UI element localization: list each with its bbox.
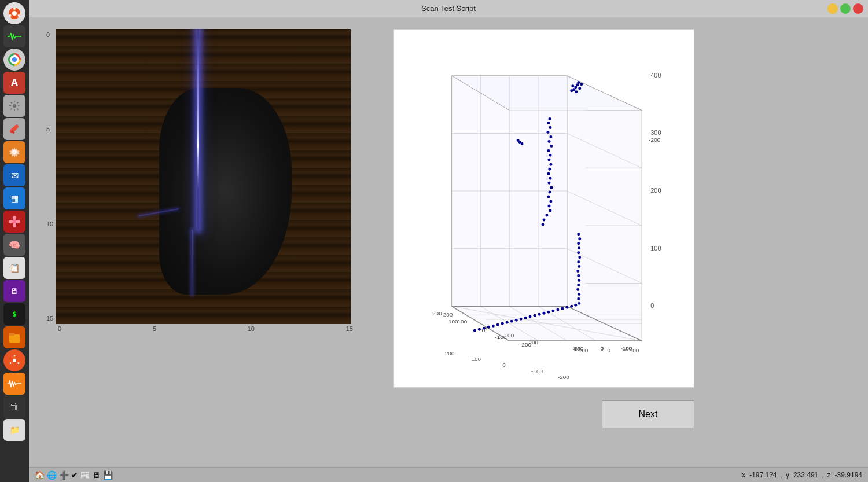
axis-label-x2: 100 — [458, 318, 468, 325]
svg-point-13 — [9, 220, 13, 223]
data-point — [578, 293, 580, 296]
spreadsheet-icon[interactable]: ▦ — [3, 187, 25, 209]
data-point — [545, 214, 548, 216]
window-controls — [827, 3, 863, 14]
data-point — [577, 274, 580, 277]
settings-icon[interactable] — [3, 95, 25, 117]
data-point — [520, 318, 523, 321]
data-point — [506, 321, 509, 324]
y-axis-100: 100 — [650, 245, 661, 252]
z-100: 100 — [574, 345, 584, 352]
data-point — [577, 233, 580, 236]
camera-image-plot — [56, 29, 351, 324]
svg-point-20 — [18, 362, 20, 364]
data-point — [529, 315, 532, 318]
y-label-15: 15 — [46, 315, 53, 322]
waveform-icon[interactable] — [3, 373, 25, 395]
data-point — [578, 237, 581, 240]
svg-point-11 — [13, 216, 16, 220]
svg-rect-16 — [9, 333, 14, 336]
ubuntu-logo-icon[interactable] — [3, 349, 25, 371]
nautilus-icon[interactable] — [3, 326, 25, 348]
svg-point-18 — [13, 359, 16, 362]
camera-y-axis: 0 5 10 15 — [46, 29, 53, 324]
main-wrapper: Scan Test Script 0 5 10 15 — [29, 0, 868, 482]
status-bar: 🏠 🌐 ➕ ✔ 📰 🖥 💾 x=-197.124 , y=233.491 , z… — [29, 467, 868, 482]
flower-icon[interactable] — [3, 211, 25, 233]
sidebar: A ✉ ▦ 🧠 📋 🖥 $ 🗑 📁 — [0, 0, 29, 482]
ubuntu-system-icon[interactable] — [3, 2, 25, 24]
minimize-button[interactable] — [827, 3, 838, 14]
display-icon[interactable]: 🖥 — [3, 280, 25, 302]
y-label-10: 10 — [46, 220, 53, 227]
svg-point-2 — [13, 8, 16, 10]
data-point — [578, 246, 580, 249]
x-axis-200: 200 — [445, 350, 455, 356]
data-point — [550, 145, 553, 148]
data-point — [548, 117, 551, 120]
data-point — [547, 159, 550, 161]
camera-x-axis: 0 5 10 15 — [58, 325, 353, 332]
data-point — [549, 209, 551, 212]
data-point — [576, 288, 579, 291]
svg-point-4 — [9, 14, 12, 17]
taskbar-home[interactable]: 🏠 — [35, 470, 45, 480]
data-point — [549, 163, 552, 166]
scatter-svg: 400 300 200 100 0 200 100 0 -100 -200 10… — [394, 30, 694, 387]
x-label-15: 15 — [346, 325, 353, 332]
data-point — [538, 313, 541, 316]
y-label-5: 5 — [46, 126, 53, 133]
data-point — [524, 317, 527, 319]
close-button[interactable] — [853, 3, 863, 14]
wrench-icon[interactable] — [3, 118, 25, 140]
data-point — [510, 320, 513, 323]
axis-label-x: 200 — [443, 311, 453, 318]
data-point — [577, 81, 580, 84]
right-neg200: -200 — [649, 137, 660, 143]
data-point — [571, 84, 574, 87]
trash-icon[interactable]: 🗑 — [3, 396, 25, 418]
svg-point-3 — [18, 14, 20, 17]
page-wrapper: A ✉ ▦ 🧠 📋 🖥 $ 🗑 📁 — [0, 0, 868, 482]
data-point — [547, 182, 550, 185]
data-point — [556, 308, 559, 311]
data-point — [547, 205, 550, 208]
next-button[interactable]: Next — [602, 400, 694, 428]
terminal-icon[interactable]: $ — [3, 303, 25, 325]
taskbar-check[interactable]: ✔ — [71, 470, 78, 480]
taskbar-files-icon[interactable]: 📁 — [3, 419, 25, 441]
brain-icon[interactable]: 🧠 — [3, 234, 25, 256]
taskbar-globe[interactable]: 🌐 — [47, 470, 57, 480]
data-point — [543, 312, 546, 315]
x-coord-label: x=-197.124 — [742, 471, 777, 479]
data-point — [550, 186, 553, 189]
separator2: , — [822, 471, 823, 479]
y-label-0: 0 — [46, 31, 53, 38]
data-point — [547, 196, 550, 198]
data-point — [561, 307, 564, 310]
taskbar-news[interactable]: 📰 — [80, 470, 90, 480]
activity-icon[interactable] — [3, 25, 25, 47]
data-point — [575, 90, 578, 93]
mail-icon[interactable]: ✉ — [3, 164, 25, 186]
maximize-button[interactable] — [840, 3, 851, 14]
data-point — [515, 319, 518, 322]
chrome-icon[interactable] — [3, 49, 25, 71]
data-point — [546, 131, 549, 134]
data-point — [577, 260, 580, 263]
data-point — [547, 122, 550, 124]
data-point — [551, 310, 554, 312]
scatter-plot: 400 300 200 100 0 200 100 0 -100 -200 10… — [393, 29, 694, 388]
data-point — [578, 265, 580, 268]
data-point — [578, 256, 581, 259]
orange-gear-icon[interactable] — [3, 141, 25, 163]
data-point — [548, 191, 551, 194]
data-point — [501, 322, 504, 325]
taskbar-save[interactable]: 💾 — [103, 470, 113, 480]
data-point — [478, 328, 481, 331]
font-manager-icon[interactable]: A — [3, 72, 25, 94]
taskbar-display[interactable]: 🖥 — [93, 470, 101, 480]
clipboard-icon[interactable]: 📋 — [3, 257, 25, 279]
taskbar-plus[interactable]: ➕ — [59, 470, 69, 480]
z-coord-label: z=-39.9194 — [827, 471, 862, 479]
